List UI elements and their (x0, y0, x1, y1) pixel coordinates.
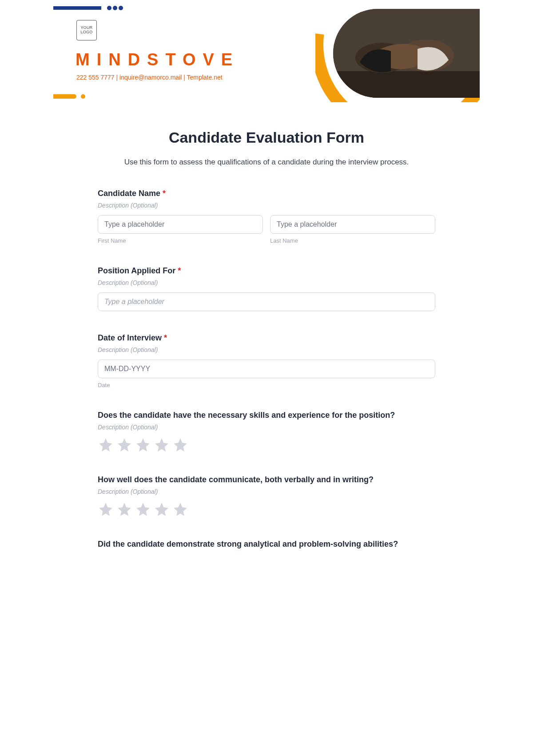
decorative-dot-orange (81, 94, 85, 99)
field-candidate-name: Candidate Name * Description (Optional) … (98, 189, 435, 244)
star-icon[interactable] (172, 437, 188, 453)
position-input[interactable] (98, 292, 435, 311)
label-q3: Did the candidate demonstrate strong ana… (98, 540, 435, 549)
last-name-input[interactable] (270, 215, 435, 234)
required-asterisk: * (164, 333, 167, 342)
field-description-optional: Description (Optional) (98, 279, 435, 286)
field-q2: How well does the candidate communicate,… (98, 475, 435, 517)
star-rating-q1 (98, 437, 435, 453)
field-description-optional: Description (Optional) (98, 202, 435, 209)
label-q1: Does the candidate have the necessary sk… (98, 411, 435, 420)
decorative-bar-blue (53, 6, 101, 10)
label-text: Candidate Name (98, 189, 160, 198)
field-date: Date of Interview * Description (Optiona… (98, 333, 435, 388)
document-page: YOUR LOGO MINDSTOVE 222 555 7777 | inqui… (53, 0, 480, 570)
star-icon[interactable] (135, 501, 151, 517)
handshake-image (333, 9, 480, 98)
form-description: Use this form to assess the qualificatio… (98, 158, 435, 167)
label-position: Position Applied For * (98, 266, 435, 276)
label-text: Date of Interview (98, 333, 162, 342)
required-asterisk: * (163, 189, 166, 198)
star-icon[interactable] (172, 501, 188, 517)
field-q1: Does the candidate have the necessary sk… (98, 411, 435, 453)
first-name-input[interactable] (98, 215, 263, 234)
date-sublabel: Date (98, 382, 435, 388)
first-name-sublabel: First Name (98, 237, 263, 244)
star-rating-q2 (98, 501, 435, 517)
logo-placeholder: YOUR LOGO (76, 20, 97, 40)
decorative-bar-orange (53, 94, 76, 99)
field-description-optional: Description (Optional) (98, 424, 435, 431)
required-asterisk: * (178, 266, 181, 275)
star-icon[interactable] (116, 437, 132, 453)
form-title: Candidate Evaluation Form (98, 129, 435, 146)
star-icon[interactable] (98, 501, 114, 517)
field-description-optional: Description (Optional) (98, 346, 435, 353)
label-text: Position Applied For (98, 266, 175, 275)
star-icon[interactable] (98, 437, 114, 453)
star-icon[interactable] (154, 501, 170, 517)
star-icon[interactable] (154, 437, 170, 453)
decorative-dots-blue (106, 4, 123, 12)
date-input[interactable] (98, 360, 435, 378)
header: YOUR LOGO MINDSTOVE 222 555 7777 | inqui… (53, 0, 480, 107)
star-icon[interactable] (116, 501, 132, 517)
label-date: Date of Interview * (98, 333, 435, 343)
field-position: Position Applied For * Description (Opti… (98, 266, 435, 311)
field-description-optional: Description (Optional) (98, 488, 435, 495)
label-q2: How well does the candidate communicate,… (98, 475, 435, 484)
field-q3: Did the candidate demonstrate strong ana… (98, 540, 435, 549)
form-area: Candidate Evaluation Form Use this form … (53, 107, 480, 570)
hero-image-container (315, 0, 480, 102)
star-icon[interactable] (135, 437, 151, 453)
last-name-sublabel: Last Name (270, 237, 435, 244)
label-candidate-name: Candidate Name * (98, 189, 435, 198)
